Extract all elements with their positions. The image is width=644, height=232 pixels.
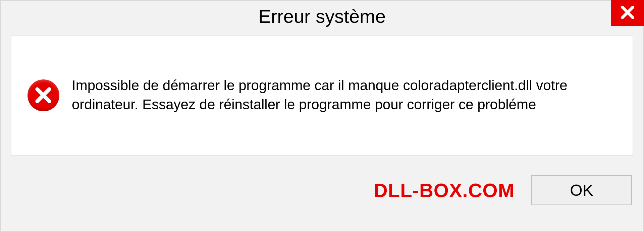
error-message: Impossible de démarrer le programme car … — [62, 76, 619, 114]
brand-label: DLL-BOX.COM — [374, 179, 515, 201]
content-panel: Impossible de démarrer le programme car … — [11, 35, 633, 156]
close-icon — [620, 5, 635, 21]
error-dialog: Erreur système Impossible de démarrer le… — [0, 0, 644, 232]
ok-button-label: OK — [570, 181, 593, 199]
error-icon — [28, 79, 59, 111]
error-icon-container — [25, 79, 62, 111]
dialog-title: Erreur système — [258, 5, 386, 27]
titlebar: Erreur système — [1, 1, 643, 32]
close-button[interactable] — [611, 0, 644, 26]
dialog-footer: DLL-BOX.COM OK — [1, 156, 643, 231]
ok-button[interactable]: OK — [531, 175, 632, 205]
